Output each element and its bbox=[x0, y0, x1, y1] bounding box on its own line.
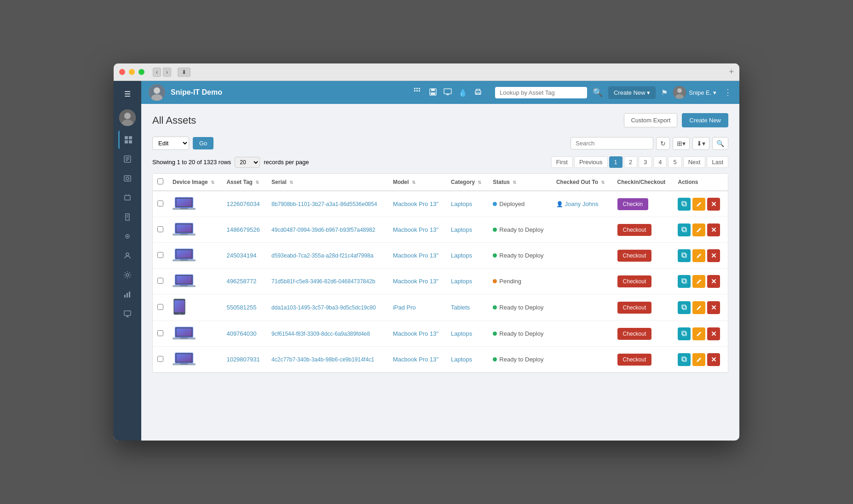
checkout-button[interactable]: Checkout bbox=[617, 302, 652, 314]
delete-button[interactable] bbox=[707, 275, 720, 288]
clone-button[interactable] bbox=[678, 301, 691, 314]
asset-tag-search-button[interactable]: 🔍 bbox=[593, 87, 603, 97]
category-link[interactable]: Laptops bbox=[451, 330, 472, 337]
refresh-button[interactable]: ↻ bbox=[656, 137, 670, 150]
edit-button[interactable] bbox=[692, 249, 705, 262]
category-link[interactable]: Laptops bbox=[451, 200, 472, 207]
clone-button[interactable] bbox=[678, 249, 691, 262]
page-button-2[interactable]: 2 bbox=[624, 156, 637, 168]
col-asset-tag[interactable]: Asset Tag ⇅ bbox=[222, 174, 267, 191]
minimize-button[interactable] bbox=[129, 69, 135, 75]
checkout-button[interactable]: Checkout bbox=[617, 275, 652, 287]
model-link[interactable]: Macbook Pro 13" bbox=[393, 330, 438, 337]
page-button-4[interactable]: 4 bbox=[653, 156, 667, 168]
topnav-create-button[interactable]: Create New ▾ bbox=[608, 86, 656, 99]
sidebar-item-consumables[interactable] bbox=[118, 208, 137, 226]
export-button[interactable]: ⬇▾ bbox=[692, 137, 709, 150]
sidebar-item-menu[interactable]: ☰ bbox=[118, 85, 137, 103]
col-checked-out-to[interactable]: Checked Out To ⇅ bbox=[552, 174, 613, 191]
delete-button[interactable] bbox=[707, 327, 720, 340]
last-page-button[interactable]: Last bbox=[707, 156, 728, 168]
create-new-button[interactable]: Create New bbox=[682, 113, 728, 127]
edit-button[interactable] bbox=[692, 301, 705, 314]
row-checkbox[interactable] bbox=[157, 330, 163, 336]
col-serial[interactable]: Serial ⇅ bbox=[267, 174, 388, 191]
row-checkbox[interactable] bbox=[157, 278, 163, 284]
download-icon[interactable]: ⬇ bbox=[178, 68, 190, 77]
topnav-flag-icon[interactable]: ⚑ bbox=[661, 88, 668, 97]
topnav-share-icon[interactable]: ⋮ bbox=[724, 87, 732, 97]
topnav-icon-print[interactable] bbox=[474, 88, 482, 97]
row-checkbox[interactable] bbox=[157, 356, 163, 362]
asset-tag-link[interactable]: 1226076034 bbox=[226, 200, 259, 207]
page-button-3[interactable]: 3 bbox=[639, 156, 652, 168]
model-link[interactable]: Macbook Pro 13" bbox=[393, 278, 438, 285]
fullscreen-button[interactable]: 🔍 bbox=[712, 137, 728, 150]
sidebar-item-assets[interactable] bbox=[118, 131, 137, 149]
asset-tag-link[interactable]: 245034194 bbox=[226, 252, 256, 259]
checkout-button[interactable]: Checkout bbox=[617, 354, 652, 366]
page-button-5[interactable]: 5 bbox=[668, 156, 681, 168]
asset-tag-link[interactable]: 550581255 bbox=[226, 304, 256, 311]
checkout-button[interactable]: Checkout bbox=[617, 328, 652, 340]
topnav-icon-droplet[interactable]: 💧 bbox=[458, 88, 467, 97]
category-link[interactable]: Laptops bbox=[451, 278, 472, 285]
row-checkbox[interactable] bbox=[157, 200, 163, 206]
model-link[interactable]: iPad Pro bbox=[393, 304, 416, 311]
clone-button[interactable] bbox=[678, 275, 691, 288]
sidebar-item-reports[interactable] bbox=[118, 150, 137, 168]
clone-button[interactable] bbox=[678, 198, 691, 211]
delete-button[interactable] bbox=[707, 301, 720, 314]
forward-button[interactable]: › bbox=[163, 68, 171, 77]
topnav-username[interactable]: Snipe E. ▾ bbox=[689, 89, 716, 96]
asset-tag-search[interactable] bbox=[495, 87, 587, 98]
search-input[interactable] bbox=[571, 137, 653, 149]
previous-page-button[interactable]: Previous bbox=[574, 156, 608, 168]
checkin-button[interactable]: Checkin bbox=[617, 198, 648, 210]
edit-button[interactable] bbox=[692, 223, 705, 236]
row-checkbox[interactable] bbox=[157, 226, 163, 232]
model-link[interactable]: Macbook Pro 13" bbox=[393, 356, 438, 363]
col-status[interactable]: Status ⇅ bbox=[488, 174, 552, 191]
go-button[interactable]: Go bbox=[193, 137, 213, 149]
col-model[interactable]: Model ⇅ bbox=[388, 174, 446, 191]
sidebar-item-components[interactable] bbox=[118, 227, 137, 246]
sidebar-item-users[interactable] bbox=[118, 246, 137, 265]
checked-out-link[interactable]: Joany Johns bbox=[565, 200, 599, 207]
category-link[interactable]: Laptops bbox=[451, 226, 472, 233]
sidebar-item-accessories[interactable] bbox=[118, 189, 137, 207]
first-page-button[interactable]: First bbox=[551, 156, 573, 168]
per-page-select[interactable]: 20 50 100 bbox=[235, 157, 260, 168]
clone-button[interactable] bbox=[678, 223, 691, 236]
edit-button[interactable] bbox=[692, 275, 705, 288]
model-link[interactable]: Macbook Pro 13" bbox=[393, 200, 438, 207]
asset-tag-link[interactable]: 1486679526 bbox=[226, 226, 259, 233]
custom-export-button[interactable]: Custom Export bbox=[624, 113, 677, 127]
asset-tag-link[interactable]: 1029807931 bbox=[226, 356, 259, 363]
delete-button[interactable] bbox=[707, 249, 720, 262]
row-checkbox[interactable] bbox=[157, 252, 163, 258]
sidebar-item-charts[interactable] bbox=[118, 285, 137, 304]
edit-button[interactable] bbox=[692, 327, 705, 340]
back-button[interactable]: ‹ bbox=[153, 68, 161, 77]
col-category[interactable]: Category ⇅ bbox=[446, 174, 488, 191]
bulk-action-select[interactable]: Edit bbox=[152, 137, 189, 150]
sidebar-item-settings[interactable] bbox=[118, 266, 137, 284]
model-link[interactable]: Macbook Pro 13" bbox=[393, 252, 438, 259]
columns-button[interactable]: ⊞▾ bbox=[673, 137, 690, 150]
delete-button[interactable] bbox=[707, 353, 720, 366]
category-link[interactable]: Laptops bbox=[451, 356, 472, 363]
new-tab-button[interactable]: + bbox=[729, 67, 734, 77]
delete-button[interactable] bbox=[707, 223, 720, 236]
delete-button[interactable] bbox=[707, 198, 720, 211]
topnav-icon-monitor[interactable] bbox=[444, 88, 452, 97]
topnav-icon-save[interactable] bbox=[429, 88, 437, 97]
checkout-button[interactable]: Checkout bbox=[617, 250, 652, 262]
sidebar-item-computer[interactable] bbox=[118, 304, 137, 323]
edit-button[interactable] bbox=[692, 353, 705, 366]
category-link[interactable]: Tablets bbox=[451, 304, 470, 311]
asset-tag-link[interactable]: 409764030 bbox=[226, 330, 256, 337]
topnav-icon-grid[interactable] bbox=[414, 88, 422, 97]
close-button[interactable] bbox=[119, 69, 125, 75]
clone-button[interactable] bbox=[678, 327, 691, 340]
